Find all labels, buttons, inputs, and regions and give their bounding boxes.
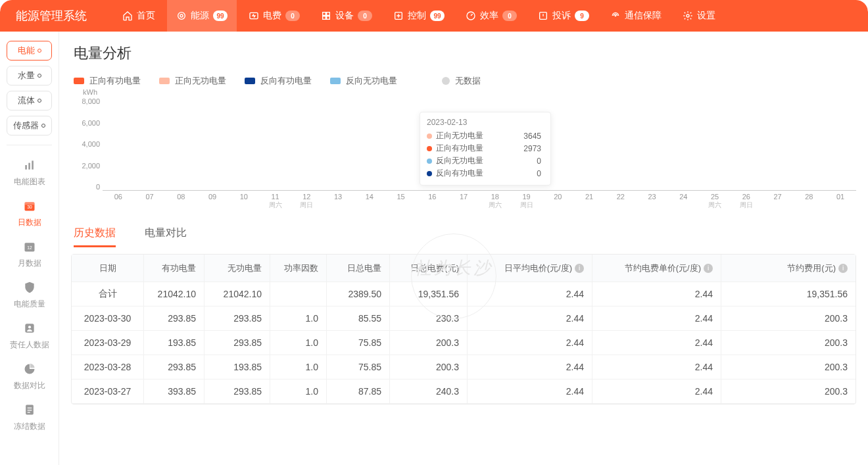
td: 2.44 xyxy=(592,331,721,355)
person-icon xyxy=(23,322,36,338)
td: 200.3 xyxy=(390,331,468,355)
tooltip-row: 正向有功电量2973 xyxy=(427,142,541,155)
bar-column[interactable] xyxy=(322,97,354,190)
bar-column[interactable] xyxy=(573,97,605,190)
bar-column[interactable] xyxy=(668,97,700,190)
legend-item-nodata[interactable]: 无数据 xyxy=(442,75,481,87)
nav-item-money[interactable]: 电费0 xyxy=(239,0,309,32)
bar-column[interactable] xyxy=(605,97,637,190)
nav-badge: 99 xyxy=(430,11,445,21)
bar-column[interactable] xyxy=(385,97,417,190)
bar-column[interactable] xyxy=(260,97,291,190)
td: 2.44 xyxy=(592,355,721,379)
legend-item[interactable]: 反向有功电量 xyxy=(245,75,312,87)
nav-item-device[interactable]: 设备0 xyxy=(312,0,381,32)
category-dot-icon xyxy=(37,99,41,103)
sidebar-item-person[interactable]: 责任人数据 xyxy=(7,315,52,356)
x-tick: 27 xyxy=(762,193,794,209)
td: 合计 xyxy=(72,282,144,306)
nav-item-home[interactable]: 首页 xyxy=(113,0,164,32)
bar-column[interactable] xyxy=(794,97,825,190)
td: 293.85 xyxy=(205,306,270,330)
nav-item-warn[interactable]: 投诉9 xyxy=(529,0,598,32)
bar-column[interactable] xyxy=(825,97,856,190)
category-btn[interactable]: 传感器 xyxy=(7,116,52,135)
bar-chart[interactable]: kWh 8,0006,0004,0002,0000 060708091011周六… xyxy=(71,91,856,209)
category-btn[interactable]: 流体 xyxy=(7,91,52,110)
y-axis: 8,0006,0004,0002,0000 xyxy=(71,97,100,191)
bar-column[interactable] xyxy=(731,97,762,190)
td: 1.0 xyxy=(270,355,327,379)
tooltip-row: 反向有功电量0 xyxy=(427,167,541,180)
x-tick: 20 xyxy=(542,193,574,209)
category-btn[interactable]: 电能 xyxy=(7,41,52,61)
sidebar-label: 数据对比 xyxy=(14,380,45,391)
td: 240.3 xyxy=(390,379,468,403)
table-row[interactable]: 2023-03-29193.85293.851.075.85200.32.442… xyxy=(72,331,856,355)
td: 2023-03-30 xyxy=(72,306,144,330)
sidebar-item-pie[interactable]: 数据对比 xyxy=(7,356,52,397)
table-row[interactable]: 2023-03-27393.85293.851.087.85240.32.442… xyxy=(72,379,856,404)
nav-badge: 0 xyxy=(358,11,372,21)
info-icon[interactable]: i xyxy=(575,264,584,273)
td: 293.85 xyxy=(144,355,205,379)
td: 75.85 xyxy=(327,355,390,379)
nav-label: 控制 xyxy=(408,10,426,22)
sidebar-label: 日数据 xyxy=(18,217,41,228)
tooltip-value: 3645 xyxy=(523,132,541,141)
td xyxy=(270,282,327,306)
nav-item-control[interactable]: 控制99 xyxy=(384,0,454,32)
sidebar-item-day[interactable]: 30日数据 xyxy=(7,193,52,233)
legend-item[interactable]: 反向无功电量 xyxy=(330,75,397,87)
table-row[interactable]: 2023-03-28293.85193.851.075.85200.32.442… xyxy=(72,355,856,379)
sidebar-item-chart[interactable]: 电能图表 xyxy=(7,152,52,193)
bar-column[interactable] xyxy=(354,97,385,190)
x-tick: 15 xyxy=(385,193,417,209)
nav-item-speed[interactable]: 效率0 xyxy=(456,0,526,32)
sidebar-item-doc[interactable]: 冻结数据 xyxy=(7,397,52,437)
info-icon[interactable]: i xyxy=(704,264,713,273)
pie-icon xyxy=(23,362,36,379)
bar-column[interactable] xyxy=(637,97,668,190)
nav-item-target[interactable]: 能源99 xyxy=(167,0,237,32)
bar-column[interactable] xyxy=(134,97,166,190)
td: 2.44 xyxy=(468,282,592,306)
sidebar-item-shield[interactable]: 电能质量 xyxy=(7,274,52,315)
info-icon[interactable]: i xyxy=(838,264,848,273)
tab-history[interactable]: 历史数据 xyxy=(74,226,116,247)
nav-item-gear[interactable]: 设置 xyxy=(673,0,725,32)
tooltip-row: 正向无功电量3645 xyxy=(427,130,541,142)
legend-item[interactable]: 正向无功电量 xyxy=(159,75,226,87)
tab-compare[interactable]: 电量对比 xyxy=(145,226,187,247)
x-tick: 01 xyxy=(825,193,856,209)
chart-unit: kWh xyxy=(83,88,97,96)
td: 293.85 xyxy=(205,331,270,355)
sidebar-item-month[interactable]: 12月数据 xyxy=(7,233,52,274)
nav-item-signal[interactable]: 通信保障 xyxy=(601,0,671,32)
td: 200.3 xyxy=(390,355,468,379)
legend-item[interactable]: 正向有功电量 xyxy=(74,75,141,87)
nav-label: 能源 xyxy=(191,10,209,22)
category-btn[interactable]: 水量 xyxy=(7,66,52,86)
bar-column[interactable] xyxy=(762,97,794,190)
bar-column[interactable] xyxy=(228,97,260,190)
y-tick: 2,000 xyxy=(82,162,100,170)
svg-rect-3 xyxy=(323,12,326,16)
td: 2.44 xyxy=(468,306,592,330)
bar-column[interactable] xyxy=(291,97,323,190)
table-row[interactable]: 2023-03-30293.85293.851.085.55230.32.442… xyxy=(72,306,856,331)
svg-rect-13 xyxy=(28,163,30,170)
x-tick: 17 xyxy=(448,193,479,209)
bar-column[interactable] xyxy=(197,97,228,190)
svg-rect-5 xyxy=(323,16,326,20)
speed-icon xyxy=(466,11,476,21)
bar-column[interactable] xyxy=(103,97,134,190)
legend-label: 无数据 xyxy=(455,75,481,87)
tooltip-label: 正向无功电量 xyxy=(436,130,483,141)
bar-column[interactable] xyxy=(166,97,197,190)
table-row[interactable]: 合计21042.1021042.102389.5019,351.562.442.… xyxy=(72,282,856,306)
bar-column[interactable] xyxy=(699,97,731,190)
td: 85.55 xyxy=(327,306,390,330)
x-tick: 09 xyxy=(197,193,228,209)
td: 2.44 xyxy=(468,355,592,379)
